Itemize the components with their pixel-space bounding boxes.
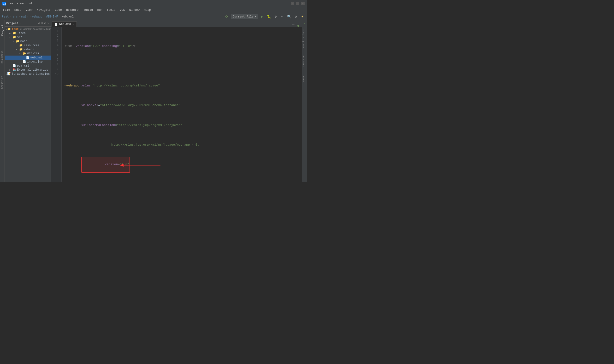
code-line-4: xmlns:xsi="http://www.w3.org/2001/XMLSch… [65,103,299,108]
maven-label[interactable]: Maven [302,73,307,83]
line-num-8: 8 [51,63,60,67]
tree-item-extlibs[interactable]: ▶ 📚 External Libraries [5,68,51,72]
search-button[interactable]: 🔍 [286,14,292,19]
more-run-button[interactable]: ⋯ [280,14,285,19]
left-side-panel: Project Bookmarks Structure [0,20,5,182]
title-bar-left: ij test - web.xml [2,2,32,5]
menu-code[interactable]: Code [53,8,64,12]
arrow-extlibs: ▶ [9,68,13,71]
line-num-7: 7 [51,58,60,63]
maximize-button[interactable]: □ [296,2,299,5]
debug-button[interactable]: 🐛 [266,14,271,19]
tree-item-resources[interactable]: 📁 resources [5,43,51,47]
menu-tools[interactable]: Tools [105,8,117,12]
xml-icon: 📄 [26,56,29,59]
tree-item-webxml[interactable]: 📄 web.xml [5,56,51,60]
minimize-button[interactable]: ─ [291,2,294,5]
arrow-src: ▾ [9,36,13,39]
project-panel-label[interactable]: Project [0,23,4,37]
tree-label-webapp: webapp [24,48,34,51]
coverage-button[interactable]: ⚙ [273,14,278,19]
run-config-selector[interactable]: Current File ▾ [231,14,258,19]
project-settings-icon[interactable]: ⚙ [44,21,46,25]
code-line-2 [65,64,299,68]
checkmark-icon[interactable]: ✓ [302,20,307,25]
tab-webxml[interactable]: 📄 web.xml ✕ [52,21,77,27]
git-update-icon[interactable]: ⟳ [224,14,229,19]
project-panel: Project ▾ ⊕ ≡ ⚙ ✕ ▾ 📁 test D:\CSApp\AllC… [5,20,51,182]
pom-icon: 📄 [13,64,16,67]
breadcrumb-webapp[interactable]: webapp [32,15,42,18]
settings-button[interactable]: ⚙ [293,14,298,19]
folder-icon-resources: 📁 [19,44,23,47]
menu-build[interactable]: Build [82,8,95,12]
bookmarks-label[interactable]: Bookmarks [0,49,4,65]
locate-file-icon[interactable]: ⊕ [38,21,40,25]
scratches-icon: 📝 [7,72,11,76]
menu-help[interactable]: Help [142,8,153,12]
tree-label-indexjsp: index.jsp [27,60,43,64]
menu-edit[interactable]: Edit [13,8,23,12]
menu-file[interactable]: File [1,8,12,12]
project-title: Project [6,22,18,25]
highlighted-version: version="4.0" [81,157,130,173]
run-config-dropdown-icon: ▾ [254,15,256,18]
close-button[interactable]: ✕ [301,2,305,5]
tree-item-webapp[interactable]: ▾ 📁 webapp [5,47,51,52]
tree-label-test: test [12,27,19,31]
tree-item-indexjsp[interactable]: 📄 index.jsp [5,60,51,64]
tree-item-webinf[interactable]: ▾ 📂 WEB-INF [5,52,51,56]
code-editor[interactable]: 1 2 3 4 5 6 7 8 9 10 <?xml version="1.0"… [51,27,302,182]
menu-refactor[interactable]: Refactor [64,8,82,12]
notifications-label[interactable]: Notifications [302,28,307,49]
line-numbers: 1 2 3 4 5 6 7 8 9 10 [51,27,62,182]
tree-label-main: main [20,40,27,43]
breadcrumb-test[interactable]: test [2,15,9,18]
collapse-all-icon[interactable]: ≡ [41,21,43,25]
arrow-webapp: ▾ [16,48,19,51]
svg-text:ij: ij [3,3,6,5]
nav-toolbar: ⟳ Current File ▾ ▶ 🐛 ⚙ ⋯ 🔍 ⚙ ☀ [224,14,305,19]
tree-label-scratches: Scratches and Consoles [12,72,50,76]
jsp-icon: 📄 [23,60,26,64]
breadcrumb-main[interactable]: main [21,15,28,18]
menu-navigate[interactable]: Navigate [35,8,53,12]
menu-window[interactable]: Window [127,8,141,12]
code-line-6: http://xmlns.jcp.org/xml/ns/javaee/web-a… [65,143,299,147]
project-header-actions: ⊕ ≡ ⚙ ✕ [38,21,49,25]
tree-item-test-root[interactable]: ▾ 📁 test D:\CSApp\AllCode\JavaWeb-Code\t… [5,27,51,31]
run-button[interactable]: ▶ [260,14,265,19]
folder-icon-idea: 📁 [13,31,16,35]
menu-view[interactable]: View [24,8,35,12]
menu-run[interactable]: Run [95,8,104,12]
code-line-3: ▾ <web-app xmlns="http://xmlns.jcp.org/x… [65,83,299,88]
tree-item-pomxml[interactable]: 📄 pom.xml [5,64,51,68]
tab-close-webxml[interactable]: ✕ [73,23,74,26]
title-bar: ij test - web.xml ─ □ ✕ [0,0,307,7]
tree-item-idea[interactable]: ▶ 📁 .idea [5,31,51,35]
folder-icon-main: 📁 [16,39,19,43]
line-num-10: 10 [51,72,60,77]
breadcrumb-src[interactable]: src [13,15,18,18]
structure-label[interactable]: Structure [0,75,4,90]
tree-label-extlibs: External Libraries [17,68,48,72]
close-panel-icon[interactable]: ✕ [47,21,49,25]
theme-button[interactable]: ☀ [300,14,305,19]
folder-icon-src: 📁 [13,35,16,39]
tree-label-idea: .idea [17,32,26,35]
breadcrumb-webxml[interactable]: web.xml [62,15,74,18]
window-controls[interactable]: ─ □ ✕ [291,2,305,5]
breadcrumb-webinf[interactable]: WEB-INF [46,15,58,18]
tree-item-src[interactable]: ▾ 📁 src [5,35,51,39]
tab-xml-icon: 📄 [55,23,58,26]
project-dropdown-icon[interactable]: ▾ [19,22,21,25]
tree-item-scratches[interactable]: ▶ 📝 Scratches and Consoles [5,72,51,76]
database-label[interactable]: Database [302,54,307,68]
line-num-6: 6 [51,53,60,58]
tab-more-icon[interactable]: ⋯ [291,22,296,27]
arrow-webinf: ▾ [19,52,23,55]
tree-item-main[interactable]: ▾ 📁 main [5,39,51,43]
fold-line3[interactable]: ▾ [62,84,63,88]
menu-vcs[interactable]: VCS [118,8,127,12]
code-content[interactable]: <?xml version="1.0" encoding="UTF-8"?> ▾… [62,27,302,182]
